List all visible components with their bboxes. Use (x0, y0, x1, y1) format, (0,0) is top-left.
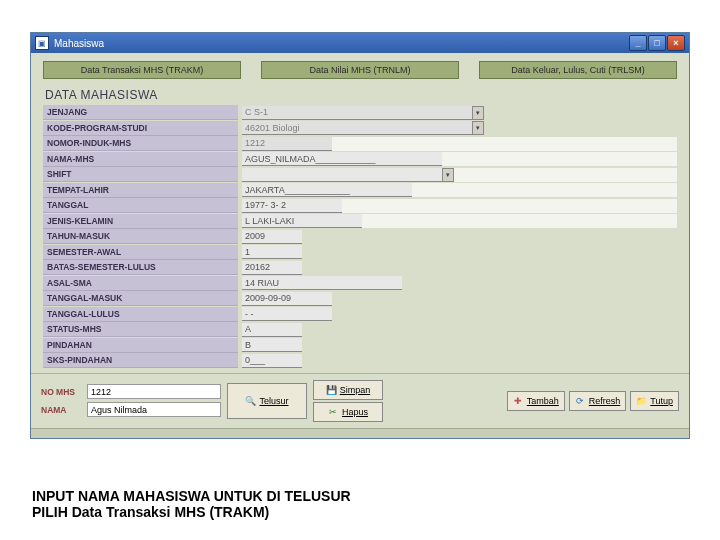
footer-no-mhs-label: NO MHS (41, 387, 83, 397)
footer-nama-input[interactable]: Agus Nilmada (87, 402, 221, 417)
label-sks: SKS-PINDAHAN (43, 353, 238, 368)
label-pindahan: PINDAHAN (43, 338, 238, 353)
simpan-button[interactable]: 💾 Simpan (313, 380, 383, 400)
label-thmasuk: TAHUN-MASUK (43, 229, 238, 244)
dropdown-prodi-icon[interactable]: ▾ (472, 121, 484, 135)
close-button[interactable]: × (667, 35, 685, 51)
label-sma: ASAL-SMA (43, 276, 238, 291)
label-nim: NOMOR-INDUK-MHS (43, 136, 238, 151)
hapus-label: Hapus (342, 407, 368, 417)
refresh-label: Refresh (589, 396, 621, 406)
tutup-button[interactable]: 📁 Tutup (630, 391, 679, 411)
field-status[interactable]: A (242, 323, 302, 337)
status-bar (31, 428, 689, 438)
footer-no-mhs-input[interactable]: 1212 (87, 384, 221, 399)
label-batas: BATAS-SEMESTER-LULUS (43, 260, 238, 275)
titlebar: ▣ Mahasiswa _ □ × (31, 33, 689, 53)
app-window: ▣ Mahasiswa _ □ × Data Transaksi MHS (TR… (30, 32, 690, 439)
dropdown-shift-icon[interactable]: ▾ (442, 168, 454, 182)
tab-trnlm[interactable]: Data Nilai MHS (TRNLM) (261, 61, 459, 79)
app-icon: ▣ (35, 36, 49, 50)
footer-nama-label: NAMA (41, 405, 83, 415)
telusur-label: Telusur (259, 396, 288, 406)
refresh-button[interactable]: ⟳ Refresh (569, 391, 627, 411)
field-tgllulus[interactable]: - - (242, 307, 332, 321)
simpan-label: Simpan (340, 385, 371, 395)
field-semawal[interactable]: 1 (242, 245, 302, 259)
slide-caption: INPUT NAMA MAHASISWA UNTUK DI TELUSUR PI… (32, 488, 351, 520)
tab-trakm[interactable]: Data Transaksi MHS (TRAKM) (43, 61, 241, 79)
footer-bar: NO MHS 1212 NAMA Agus Nilmada 🔍 Telusur … (31, 373, 689, 428)
save-icon: 💾 (326, 384, 337, 395)
minimize-button[interactable]: _ (629, 35, 647, 51)
caption-line2: PILIH Data Transaksi MHS (TRAKM) (32, 504, 269, 520)
add-icon: ✚ (513, 395, 524, 406)
dropdown-jenjang-icon[interactable]: ▾ (472, 106, 484, 120)
field-nama[interactable]: AGUS_NILMADA____________ (242, 152, 442, 166)
field-sma[interactable]: 14 RIAU (242, 276, 402, 290)
field-shift[interactable] (242, 168, 442, 182)
tutup-label: Tutup (650, 396, 673, 406)
label-tempat: TEMPAT-LAHIR (43, 183, 238, 198)
close-folder-icon: 📁 (636, 395, 647, 406)
hapus-button[interactable]: ✂ Hapus (313, 402, 383, 422)
label-tgllulus: TANGGAL-LULUS (43, 307, 238, 322)
field-jenjang[interactable]: C S-1 (242, 106, 472, 120)
field-batas[interactable]: 20162 (242, 261, 302, 275)
maximize-button[interactable]: □ (648, 35, 666, 51)
refresh-icon: ⟳ (575, 395, 586, 406)
section-title: DATA MAHASISWA (31, 85, 689, 105)
field-tanggal[interactable]: 1977- 3- 2 (242, 199, 342, 213)
field-sks[interactable]: 0___ (242, 354, 302, 368)
delete-icon: ✂ (328, 406, 339, 417)
label-semawal: SEMESTER-AWAL (43, 245, 238, 260)
tab-trlsm[interactable]: Data Keluar, Lulus, Cuti (TRLSM) (479, 61, 677, 79)
top-tabs: Data Transaksi MHS (TRAKM) Data Nilai MH… (31, 53, 689, 85)
label-jenjang: JENJANG (43, 105, 238, 120)
field-prodi[interactable]: 46201 Biologi (242, 121, 472, 135)
tambah-label: Tambah (527, 396, 559, 406)
field-nim[interactable]: 1212 (242, 137, 332, 151)
search-icon: 🔍 (245, 395, 256, 406)
label-status: STATUS-MHS (43, 322, 238, 337)
label-tglmasuk: TANGGAL-MASUK (43, 291, 238, 306)
label-nama: NAMA-MHS (43, 152, 238, 167)
telusur-button[interactable]: 🔍 Telusur (227, 383, 307, 419)
field-pindahan[interactable]: B (242, 338, 302, 352)
window-title: Mahasiswa (54, 38, 629, 49)
form-area: JENJANG C S-1 ▾ KODE-PROGRAM-STUDI 46201… (31, 105, 689, 373)
label-jk: JENIS-KELAMIN (43, 214, 238, 229)
label-tanggal: TANGGAL (43, 198, 238, 213)
field-jk[interactable]: L LAKI-LAKI (242, 214, 362, 228)
caption-line1: INPUT NAMA MAHASISWA UNTUK DI TELUSUR (32, 488, 351, 504)
field-tglmasuk[interactable]: 2009-09-09 (242, 292, 332, 306)
label-shift: SHIFT (43, 167, 238, 182)
field-thmasuk[interactable]: 2009 (242, 230, 302, 244)
field-tempat[interactable]: JAKARTA_____________ (242, 183, 412, 197)
label-prodi: KODE-PROGRAM-STUDI (43, 121, 238, 136)
tambah-button[interactable]: ✚ Tambah (507, 391, 565, 411)
